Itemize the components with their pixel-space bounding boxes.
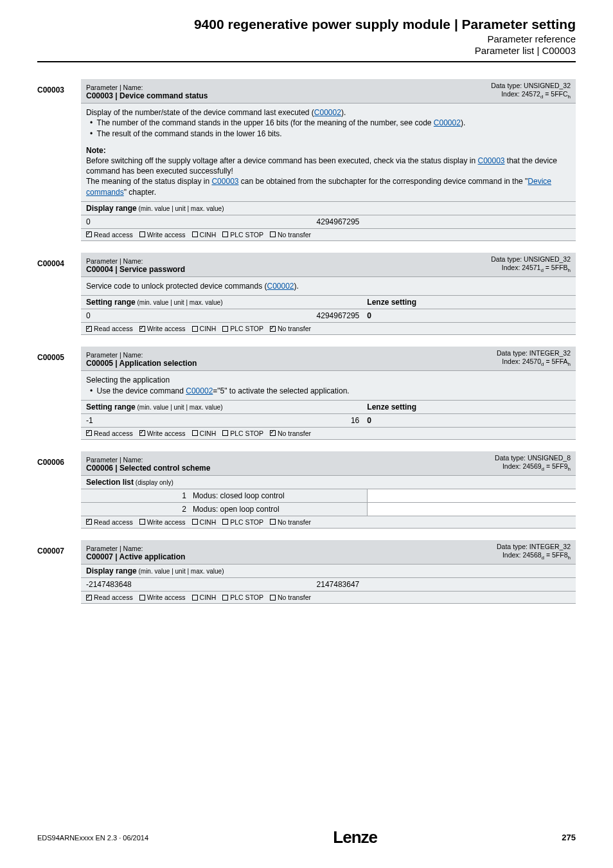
value-row: -1 16 0: [81, 414, 576, 428]
param-code: C00003: [37, 79, 81, 241]
selection-row: 2 Modus: open loop control: [81, 503, 576, 516]
param-body: Parameter | Name: C00006 | Selected cont…: [81, 451, 576, 529]
param-block: C00006 Parameter | Name: C00006 | Select…: [37, 451, 576, 529]
link-c00002[interactable]: C00002: [267, 282, 294, 291]
checkbox-icon: [86, 519, 92, 525]
link-c00002[interactable]: C00002: [434, 118, 461, 127]
page-header: 9400 regenerative power supply module | …: [0, 0, 613, 56]
checkbox-icon: [86, 595, 92, 601]
link-c00003[interactable]: C00003: [477, 156, 504, 165]
checkbox-icon: [270, 519, 276, 525]
checkbox-icon: [222, 595, 228, 601]
checkbox-icon: [222, 430, 228, 436]
checkbox-icon: [192, 595, 198, 601]
checkbox-icon: [86, 231, 92, 237]
link-c00003[interactable]: C00003: [211, 177, 238, 186]
param-head-row: Parameter | Name: C00004 | Service passw…: [81, 253, 576, 277]
param-body: Parameter | Name: C00007 | Active applic…: [81, 540, 576, 604]
checkbox-icon: [222, 326, 228, 332]
checkbox-icon: [192, 430, 198, 436]
param-description: Display of the number/state of the devic…: [81, 104, 576, 202]
header-title: 9400 regenerative power supply module | …: [37, 17, 576, 32]
setting-range-label: Setting range (min. value | unit | max. …: [81, 296, 576, 309]
selection-list-label: Selection list (display only): [81, 476, 576, 489]
param-code: C00004: [37, 253, 81, 335]
param-head-left: Parameter | Name: C00003 | Device comman…: [86, 84, 208, 100]
param-body: Parameter | Name: C00005 | Application s…: [81, 347, 576, 440]
param-block: C00004 Parameter | Name: C00004 | Servic…: [37, 253, 576, 335]
param-head-right: Data type: UNSIGNED_32 Index: 24572d = 5…: [491, 82, 571, 100]
checkbox-icon: [139, 595, 145, 601]
header-sub1: Parameter reference: [37, 33, 576, 44]
checkbox-icon: [86, 326, 92, 332]
display-range-label: Display range (min. value | unit | max. …: [81, 565, 576, 578]
param-name-label: Parameter | Name:: [86, 84, 208, 91]
index-value: Index: 24572d = 5FFCh: [491, 90, 571, 100]
unit-value: [197, 217, 304, 226]
param-description: Service code to unlock protected device …: [81, 277, 576, 296]
checkbox-icon: [86, 430, 92, 436]
note-title: Note:: [86, 145, 571, 156]
param-head-row: Parameter | Name: C00006 | Selected cont…: [81, 451, 576, 476]
param-name-value: C00003 | Device command status: [86, 91, 208, 100]
param-block: C00007 Parameter | Name: C00007 | Active…: [37, 540, 576, 604]
display-range-label: Display range (min. value | unit | max. …: [81, 202, 576, 215]
checkbox-icon: [222, 231, 228, 237]
checkbox-icon: [139, 430, 145, 436]
value-row: 0 4294967295 0: [81, 309, 576, 323]
setting-range-label: Setting range (min. value | unit | max. …: [81, 401, 576, 414]
lenze-logo: Lenze: [333, 827, 377, 847]
param-head-row: Parameter | Name: C00005 | Application s…: [81, 347, 576, 371]
param-body: Parameter | Name: C00004 | Service passw…: [81, 253, 576, 335]
access-row: Read access Write access CINH PLC STOP N…: [81, 229, 576, 241]
checkbox-icon: [222, 519, 228, 525]
checkbox-icon: [270, 231, 276, 237]
value-row: 0 4294967295: [81, 215, 576, 229]
link-c00002[interactable]: C00002: [314, 108, 341, 117]
checkbox-icon: [139, 519, 145, 525]
selection-row: 1 Modus: closed loop control: [81, 489, 576, 503]
checkbox-icon: [192, 519, 198, 525]
param-head-row: Parameter | Name: C00007 | Active applic…: [81, 540, 576, 565]
checkbox-icon: [192, 231, 198, 237]
max-value: 4294967295: [304, 217, 367, 226]
checkbox-icon: [192, 326, 198, 332]
param-code: C00006: [37, 451, 81, 529]
header-sub2: Parameter list | C00003: [37, 45, 576, 56]
min-value: 0: [86, 217, 197, 226]
param-description: Selecting the application Use the device…: [81, 371, 576, 400]
access-row: Read access Write access CINH PLC STOP N…: [81, 428, 576, 440]
page-number: 275: [562, 833, 576, 842]
content-area: C00003 Parameter | Name: C00003 | Device…: [0, 62, 613, 604]
access-row: Read access Write access CINH PLC STOP N…: [81, 592, 576, 604]
access-row: Read access Write access CINH PLC STOP N…: [81, 516, 576, 529]
value-row: -2147483648 2147483647: [81, 578, 576, 592]
page-footer: EDS94ARNExxxx EN 2.3 · 06/2014 Lenze 275: [37, 827, 576, 847]
param-body: Parameter | Name: C00003 | Device comman…: [81, 79, 576, 241]
param-block: C00003 Parameter | Name: C00003 | Device…: [37, 79, 576, 241]
checkbox-icon: [270, 595, 276, 601]
checkbox-icon: [270, 326, 276, 332]
param-head-row: Parameter | Name: C00003 | Device comman…: [81, 79, 576, 104]
footer-doc-id: EDS94ARNExxxx EN 2.3 · 06/2014: [37, 834, 148, 842]
param-code: C00007: [37, 540, 81, 604]
checkbox-icon: [139, 326, 145, 332]
checkbox-icon: [270, 430, 276, 436]
param-code: C00005: [37, 347, 81, 440]
data-type: Data type: UNSIGNED_32: [491, 82, 571, 90]
access-row: Read access Write access CINH PLC STOP N…: [81, 323, 576, 335]
link-c00002[interactable]: C00002: [186, 386, 213, 395]
checkbox-icon: [139, 231, 145, 237]
param-block: C00005 Parameter | Name: C00005 | Applic…: [37, 347, 576, 440]
